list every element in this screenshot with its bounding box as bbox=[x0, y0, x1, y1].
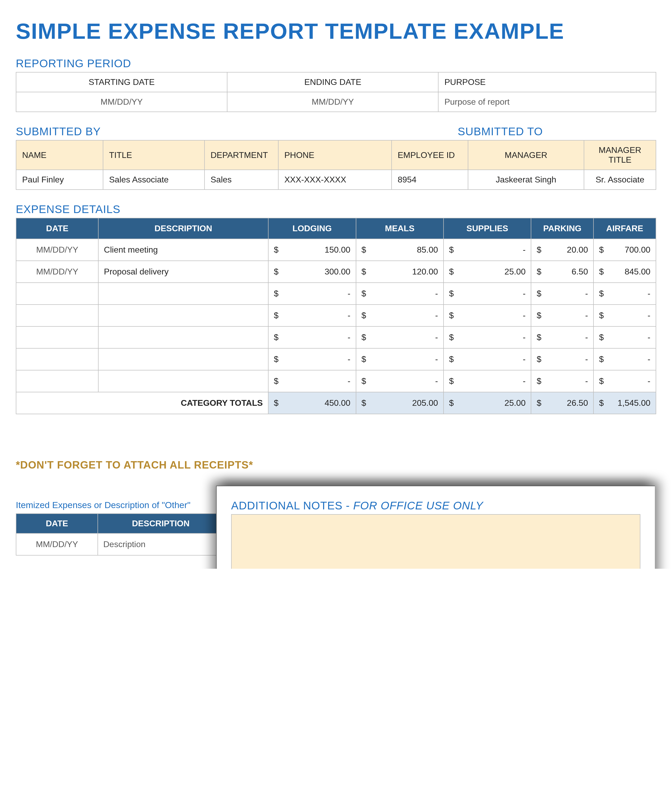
expense-row[interactable]: $-$-$-$-$- bbox=[16, 282, 656, 305]
expense-date[interactable] bbox=[16, 348, 98, 370]
expense-meals[interactable]: $120.00 bbox=[356, 261, 443, 282]
reporting-period-label: REPORTING PERIOD bbox=[16, 57, 656, 70]
expense-parking[interactable]: $20.00 bbox=[531, 239, 594, 261]
expense-airfare[interactable]: $845.00 bbox=[594, 261, 656, 282]
expense-lodging[interactable]: $300.00 bbox=[268, 261, 356, 282]
expense-row[interactable]: $-$-$-$-$- bbox=[16, 305, 656, 326]
expense-date[interactable]: MM/DD/YY bbox=[16, 261, 98, 282]
expense-parking[interactable]: $- bbox=[531, 305, 594, 326]
expense-row[interactable]: MM/DD/YYProposal delivery$300.00$120.00$… bbox=[16, 261, 656, 282]
starting-date-value[interactable]: MM/DD/YY bbox=[16, 92, 227, 112]
itemized-col-description: DESCRIPTION bbox=[98, 513, 224, 533]
expense-desc[interactable] bbox=[98, 370, 268, 392]
category-totals-row: CATEGORY TOTALS $450.00 $205.00 $25.00 $… bbox=[16, 392, 656, 414]
expense-lodging[interactable]: $- bbox=[268, 282, 356, 305]
col-supplies: SUPPLIES bbox=[443, 218, 531, 239]
col-date: DATE bbox=[16, 218, 98, 239]
page-title: SIMPLE EXPENSE REPORT TEMPLATE EXAMPLE bbox=[16, 18, 656, 44]
expense-lodging[interactable]: $- bbox=[268, 370, 356, 392]
expense-supplies[interactable]: $- bbox=[443, 239, 531, 261]
expense-parking[interactable]: $- bbox=[531, 370, 594, 392]
expense-desc[interactable]: Client meeting bbox=[98, 239, 268, 261]
total-airfare: $1,545.00 bbox=[594, 392, 656, 414]
department-header: DEPARTMENT bbox=[205, 140, 278, 170]
expense-airfare[interactable]: $- bbox=[594, 370, 656, 392]
title-header: TITLE bbox=[103, 140, 205, 170]
expense-airfare[interactable]: $- bbox=[594, 326, 656, 348]
submitted-to-label: SUBMITTED TO bbox=[458, 125, 543, 138]
itemized-date[interactable]: MM/DD/YY bbox=[16, 533, 98, 555]
title-value[interactable]: Sales Associate bbox=[103, 170, 205, 189]
reporting-period-table: STARTING DATE ENDING DATE PURPOSE MM/DD/… bbox=[16, 72, 656, 112]
expense-supplies[interactable]: $- bbox=[443, 305, 531, 326]
expense-desc[interactable]: Proposal delivery bbox=[98, 261, 268, 282]
itemized-col-date: DATE bbox=[16, 513, 98, 533]
expense-parking[interactable]: $- bbox=[531, 282, 594, 305]
additional-notes-box[interactable] bbox=[231, 514, 640, 569]
expense-date[interactable] bbox=[16, 326, 98, 348]
expense-airfare[interactable]: $- bbox=[594, 282, 656, 305]
expense-row[interactable]: $-$-$-$-$- bbox=[16, 326, 656, 348]
purpose-value[interactable]: Purpose of report bbox=[438, 92, 656, 112]
expense-desc[interactable] bbox=[98, 348, 268, 370]
receipts-reminder: *DON'T FORGET TO ATTACH ALL RECEIPTS* bbox=[16, 459, 656, 471]
total-meals: $205.00 bbox=[356, 392, 443, 414]
col-parking: PARKING bbox=[531, 218, 594, 239]
expense-airfare[interactable]: $- bbox=[594, 348, 656, 370]
starting-date-header: STARTING DATE bbox=[16, 72, 227, 92]
ending-date-header: ENDING DATE bbox=[227, 72, 438, 92]
expense-desc[interactable] bbox=[98, 305, 268, 326]
expense-airfare[interactable]: $- bbox=[594, 305, 656, 326]
total-supplies: $25.00 bbox=[443, 392, 531, 414]
col-description: DESCRIPTION bbox=[98, 218, 268, 239]
expense-desc[interactable] bbox=[98, 282, 268, 305]
expense-lodging[interactable]: $- bbox=[268, 305, 356, 326]
office-use-popup: ADDITIONAL NOTES - FOR OFFICE USE ONLY A… bbox=[216, 486, 655, 569]
itemized-desc[interactable]: Description bbox=[98, 533, 224, 555]
ending-date-value[interactable]: MM/DD/YY bbox=[227, 92, 438, 112]
additional-notes-label: ADDITIONAL NOTES - FOR OFFICE USE ONLY bbox=[231, 499, 640, 512]
expense-row[interactable]: MM/DD/YYClient meeting$150.00$85.00$-$20… bbox=[16, 239, 656, 261]
itemized-row[interactable]: MM/DD/YY Description bbox=[16, 533, 224, 555]
expense-meals[interactable]: $- bbox=[356, 370, 443, 392]
expense-supplies[interactable]: $- bbox=[443, 282, 531, 305]
col-airfare: AIRFARE bbox=[594, 218, 656, 239]
col-meals: MEALS bbox=[356, 218, 443, 239]
employee-id-header: EMPLOYEE ID bbox=[392, 140, 468, 170]
expense-meals[interactable]: $- bbox=[356, 348, 443, 370]
expense-lodging[interactable]: $150.00 bbox=[268, 239, 356, 261]
expense-supplies[interactable]: $- bbox=[443, 326, 531, 348]
expense-supplies[interactable]: $- bbox=[443, 348, 531, 370]
expense-parking[interactable]: $- bbox=[531, 326, 594, 348]
expense-row[interactable]: $-$-$-$-$- bbox=[16, 348, 656, 370]
phone-header: PHONE bbox=[278, 140, 392, 170]
expense-parking[interactable]: $6.50 bbox=[531, 261, 594, 282]
manager-title-value[interactable]: Sr. Associate bbox=[584, 170, 656, 189]
expense-date[interactable] bbox=[16, 305, 98, 326]
notes-label-part1: ADDITIONAL NOTES - bbox=[231, 499, 353, 512]
manager-value[interactable]: Jaskeerat Singh bbox=[468, 170, 584, 189]
submitted-by-label: SUBMITTED BY bbox=[16, 125, 101, 138]
department-value[interactable]: Sales bbox=[205, 170, 278, 189]
expense-supplies[interactable]: $- bbox=[443, 370, 531, 392]
expense-meals[interactable]: $- bbox=[356, 305, 443, 326]
employee-id-value[interactable]: 8954 bbox=[392, 170, 468, 189]
expense-date[interactable]: MM/DD/YY bbox=[16, 239, 98, 261]
expense-meals[interactable]: $- bbox=[356, 282, 443, 305]
expense-row[interactable]: $-$-$-$-$- bbox=[16, 370, 656, 392]
name-header: NAME bbox=[16, 140, 103, 170]
expense-lodging[interactable]: $- bbox=[268, 348, 356, 370]
expense-supplies[interactable]: $25.00 bbox=[443, 261, 531, 282]
expense-lodging[interactable]: $- bbox=[268, 326, 356, 348]
expense-desc[interactable] bbox=[98, 326, 268, 348]
expense-meals[interactable]: $85.00 bbox=[356, 239, 443, 261]
manager-header: MANAGER bbox=[468, 140, 584, 170]
expense-date[interactable] bbox=[16, 282, 98, 305]
expense-airfare[interactable]: $700.00 bbox=[594, 239, 656, 261]
name-value[interactable]: Paul Finley bbox=[16, 170, 103, 189]
total-lodging: $450.00 bbox=[268, 392, 356, 414]
phone-value[interactable]: XXX-XXX-XXXX bbox=[278, 170, 392, 189]
expense-date[interactable] bbox=[16, 370, 98, 392]
expense-meals[interactable]: $- bbox=[356, 326, 443, 348]
expense-parking[interactable]: $- bbox=[531, 348, 594, 370]
